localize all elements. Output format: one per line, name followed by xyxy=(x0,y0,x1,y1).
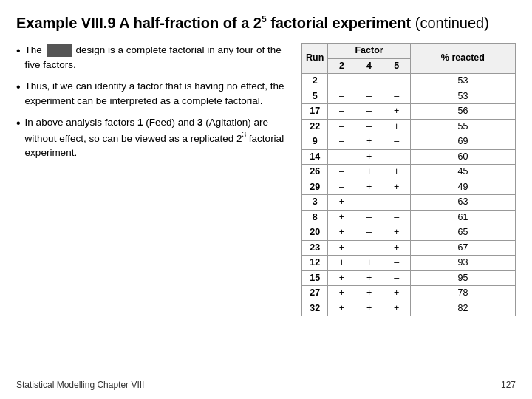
cell-run: 20 xyxy=(302,225,328,241)
table-row: 14–+–60 xyxy=(302,149,516,165)
footer: Statistical Modelling Chapter VIII 127 xyxy=(16,380,516,390)
cell-f4: – xyxy=(355,210,383,225)
cell-f5: – xyxy=(383,256,410,271)
cell-f5: + xyxy=(383,286,410,301)
title-main: Example VIII.9 A half-fraction of a 2 xyxy=(16,15,262,31)
table-row: 9–+–69 xyxy=(302,134,516,150)
page: Example VIII.9 A half-fraction of a 25 f… xyxy=(0,0,532,399)
cell-run: 3 xyxy=(302,195,328,211)
title-continued: (continued) xyxy=(411,15,489,31)
cell-f4: + xyxy=(355,301,383,316)
table-row: 12++–93 xyxy=(302,256,516,271)
cell-f5: + xyxy=(383,301,410,316)
cell-f4: – xyxy=(355,89,383,104)
cell-f2: – xyxy=(328,119,355,134)
cell-f5: + xyxy=(383,240,410,256)
bullet-icon: • xyxy=(16,44,21,59)
cell-f5: – xyxy=(383,149,410,165)
cell-f4: + xyxy=(355,134,383,150)
cell-run: 23 xyxy=(302,240,328,256)
cell-f4: + xyxy=(355,149,383,165)
cell-f2: + xyxy=(328,286,355,301)
cell-run: 17 xyxy=(302,104,328,120)
data-table: Run Factor % reacted 2 4 5 2–––535–––531… xyxy=(301,43,516,316)
table-row: 32+++82 xyxy=(302,301,516,316)
bullet-icon: • xyxy=(16,80,21,95)
table-row: 3+––63 xyxy=(302,195,516,211)
cell-pct: 49 xyxy=(410,180,515,195)
cell-f4: – xyxy=(355,195,383,211)
col-pct-header: % reacted xyxy=(410,44,515,74)
cell-run: 26 xyxy=(302,165,328,180)
bullet-1-text: The design is a complete factorial in an… xyxy=(25,43,287,72)
cell-f2: + xyxy=(328,256,355,271)
content-area: • The design is a complete factorial in … xyxy=(16,43,516,374)
cell-run: 2 xyxy=(302,74,328,89)
cell-f2: + xyxy=(328,270,355,286)
cell-pct: 63 xyxy=(410,195,515,211)
table-row: 20+–+65 xyxy=(302,225,516,241)
table-row: 23+–+67 xyxy=(302,240,516,256)
cell-pct: 78 xyxy=(410,286,515,301)
cell-f5: – xyxy=(383,134,410,150)
cell-f5: – xyxy=(383,210,410,225)
cell-run: 8 xyxy=(302,210,328,225)
cell-f5: + xyxy=(383,180,410,195)
cell-f4: + xyxy=(355,286,383,301)
cell-f5: + xyxy=(383,225,410,241)
table-row: 2–––53 xyxy=(302,74,516,89)
cell-pct: 60 xyxy=(410,149,515,165)
cell-pct: 67 xyxy=(410,240,515,256)
cell-run: 22 xyxy=(302,119,328,134)
cell-f4: – xyxy=(355,104,383,120)
left-column: • The design is a complete factorial in … xyxy=(16,43,287,374)
col-f4-header: 4 xyxy=(355,58,383,74)
cell-f2: + xyxy=(328,195,355,211)
cell-f4: – xyxy=(355,240,383,256)
list-item: • Thus, if we can identify a factor that… xyxy=(16,79,287,108)
cell-pct: 53 xyxy=(410,74,515,89)
bullet-3-before: In above analysis factors xyxy=(25,117,137,128)
cell-f2: + xyxy=(328,210,355,225)
table-row: 26–++45 xyxy=(302,165,516,180)
col-f5-header: 5 xyxy=(383,58,410,74)
cell-f2: – xyxy=(328,89,355,104)
cell-pct: 95 xyxy=(410,270,515,286)
bullet-icon: • xyxy=(16,116,21,132)
cell-f5: – xyxy=(383,270,410,286)
table-row: 17––+56 xyxy=(302,104,516,120)
footer-right: 127 xyxy=(501,380,516,390)
cell-pct: 82 xyxy=(410,301,515,316)
cell-run: 5 xyxy=(302,89,328,104)
cell-f2: + xyxy=(328,240,355,256)
footer-left: Statistical Modelling Chapter VIII xyxy=(16,380,144,390)
cell-f4: – xyxy=(355,119,383,134)
cell-f4: + xyxy=(355,256,383,271)
cell-f5: + xyxy=(383,119,410,134)
col-run-header: Run xyxy=(302,44,328,74)
cell-f5: – xyxy=(383,89,410,104)
cell-f2: – xyxy=(328,149,355,165)
cell-f4: + xyxy=(355,180,383,195)
cell-f2: – xyxy=(328,74,355,89)
cell-run: 14 xyxy=(302,149,328,165)
bullet-3-text: In above analysis factors 1 (Feed) and 3… xyxy=(25,115,287,160)
table-row: 29–++49 xyxy=(302,180,516,195)
cell-pct: 65 xyxy=(410,225,515,241)
cell-f4: – xyxy=(355,225,383,241)
bullet-1-the: The xyxy=(25,44,45,55)
cell-run: 9 xyxy=(302,134,328,150)
bullet-3-bold2: 3 xyxy=(197,117,203,128)
cell-f5: + xyxy=(383,104,410,120)
cell-f5: – xyxy=(383,74,410,89)
cell-pct: 93 xyxy=(410,256,515,271)
table-row: 15++–95 xyxy=(302,270,516,286)
cell-f4: + xyxy=(355,165,383,180)
cell-pct: 56 xyxy=(410,104,515,120)
cell-f4: – xyxy=(355,74,383,89)
cell-pct: 45 xyxy=(410,165,515,180)
cell-run: 27 xyxy=(302,286,328,301)
cell-f2: – xyxy=(328,134,355,150)
col-factor-header: Factor xyxy=(328,44,410,59)
cell-f2: – xyxy=(328,180,355,195)
